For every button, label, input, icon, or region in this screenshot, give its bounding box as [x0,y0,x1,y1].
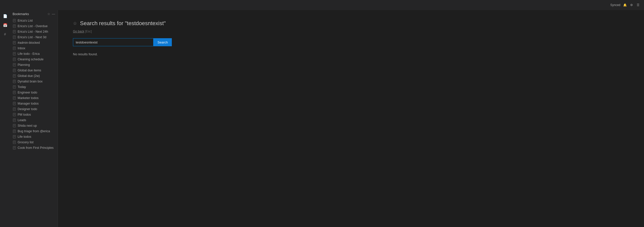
sidebar-header: Bookmarks ☆ — [10,10,58,18]
sidebar-item[interactable]: Cleaning schedule [10,57,58,62]
title-star-icon[interactable]: ☆ [73,21,77,26]
no-results-message: No results found. [73,52,629,56]
search-button[interactable]: Search [153,38,172,46]
document-icon [13,146,16,150]
sidebar-item[interactable]: Today [10,84,58,90]
top-bar-right: Synced 🔔 ⚙ ☰ [610,3,640,7]
notification-icon[interactable]: 🔔 [623,3,627,7]
sidebar-item[interactable]: #admin-blocked [10,40,58,46]
icons-panel: 📄 📅 # [0,10,10,227]
sidebar-item[interactable]: Designer todo [10,106,58,112]
svg-rect-8 [13,30,16,33]
svg-rect-12 [13,36,16,39]
sidebar-item[interactable]: Planning [10,62,58,68]
svg-rect-80 [13,130,16,133]
menu-icon[interactable]: ☰ [636,3,640,7]
svg-rect-76 [13,124,16,127]
document-icon [13,47,16,50]
hash-icon[interactable]: # [2,31,9,38]
document-icon [13,58,16,61]
search-bar: Search [73,38,629,46]
svg-rect-56 [13,97,16,100]
sidebar-item[interactable]: Erica's List - Next 24h [10,29,58,34]
sidebar-item-label: PM todos [18,113,31,116]
sidebar-item[interactable]: Global due items [10,68,58,73]
sidebar-item-label: Dynalist brain box [18,80,43,83]
sidebar-item[interactable]: Dynalist brain box [10,79,58,84]
star-icon[interactable]: ☆ [47,12,50,16]
sidebar-item-label: Today [18,85,26,89]
sidebar-item[interactable]: Erica's List [10,18,58,23]
svg-rect-24 [13,52,16,55]
sidebar-item[interactable]: Bug triage from @erica [10,128,58,134]
svg-rect-64 [13,108,16,111]
svg-rect-4 [13,25,16,28]
svg-rect-84 [13,135,16,138]
sidebar-item-label: Manager todos [18,102,38,105]
document-icon [13,96,16,100]
document-icon [13,124,16,127]
sidebar-item[interactable]: Manager todos [10,101,58,106]
sidebar-item[interactable]: Engineer todo [10,90,58,95]
svg-rect-60 [13,102,16,105]
sidebar: Bookmarks ☆ — Erica's List Erica's List … [10,10,58,227]
doc-icon[interactable]: 📄 [2,13,9,20]
document-icon [13,74,16,78]
sidebar-item[interactable]: Marketer todos [10,95,58,101]
sidebar-item[interactable]: Life todos [10,134,58,140]
svg-rect-36 [13,69,16,72]
svg-rect-20 [13,47,16,50]
sidebar-item[interactable]: Erica's List - Overdue [10,23,58,29]
content-area: ☆ Search results for "testdoesntexist" G… [58,10,644,227]
sidebar-item-label: Global due items [18,69,41,72]
document-icon [13,52,16,56]
sidebar-item[interactable]: Erica's List - Next 3d [10,34,58,40]
svg-rect-92 [13,146,16,149]
document-icon [13,129,16,133]
sidebar-item[interactable]: Global due (2w) [10,73,58,79]
sidebar-item-label: Life todos [18,135,31,139]
document-icon [13,113,16,116]
sidebar-item[interactable]: PM todos [10,112,58,117]
document-icon [13,63,16,67]
document-icon [13,19,16,22]
document-icon [13,41,16,44]
svg-rect-0 [13,19,16,22]
document-icon [13,107,16,111]
sidebar-item-label: Erica's List - Next 3d [18,35,46,39]
svg-rect-88 [13,141,16,144]
svg-rect-68 [13,113,16,116]
sidebar-item[interactable]: Cook from First Principles [10,145,58,151]
svg-rect-40 [13,74,16,77]
sidebar-item[interactable]: Leads [10,117,58,123]
main-layout: 📄 📅 # Bookmarks ☆ — Erica's List Erica's… [0,10,644,227]
go-back-link[interactable]: Go back [73,30,84,33]
document-icon [13,35,16,39]
esc-hint: [Esc] [85,30,92,33]
document-icon [13,141,16,144]
svg-rect-16 [13,41,16,44]
collapse-icon[interactable]: — [52,12,55,16]
sidebar-item[interactable]: Inbox [10,46,58,51]
sidebar-item-label: Erica's List - Next 24h [18,30,48,33]
search-input[interactable] [73,38,153,46]
sidebar-item[interactable]: Shida next up [10,123,58,128]
sidebar-item-label: Planning [18,63,30,67]
svg-rect-52 [13,91,16,94]
sidebar-item-label: Cook from First Principles [18,146,54,150]
calendar-icon[interactable]: 📅 [2,22,9,29]
search-result-title: Search results for "testdoesntexist" [80,20,166,27]
svg-rect-72 [13,119,16,122]
sidebar-item-label: Bug triage from @erica [18,129,50,133]
sidebar-item[interactable]: Life todo - Erica [10,51,58,57]
svg-rect-28 [13,58,16,61]
sidebar-item-label: Leads [18,118,26,122]
settings-icon[interactable]: ⚙ [629,3,633,7]
sidebar-item-label: Cleaning schedule [18,58,44,61]
document-icon [13,24,16,28]
sidebar-item-label: Grocery list [18,141,33,144]
sidebar-item[interactable]: Grocery list [10,140,58,145]
synced-status: Synced [610,3,620,7]
sidebar-item-label: Global due (2w) [18,74,40,78]
sidebar-header-icons: ☆ — [47,12,55,16]
